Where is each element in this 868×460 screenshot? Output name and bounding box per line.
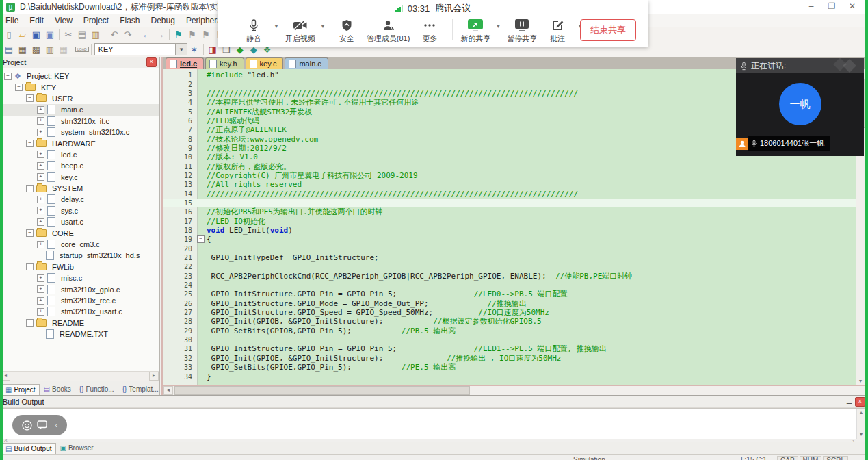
expand-box-icon[interactable]: + <box>37 241 44 248</box>
chevron-down-icon[interactable]: ▼ <box>320 23 326 29</box>
expand-box-icon[interactable]: + <box>37 274 44 282</box>
tree-item[interactable]: +usart.c <box>0 216 159 227</box>
editor-tab-led-c[interactable]: led.c <box>166 58 204 69</box>
code-line[interactable]: 12//Copyright(C) 广州市星翼电子科技有限公司 2009-2019 <box>163 171 856 180</box>
end-share-button[interactable]: 结束共享 <box>580 19 636 41</box>
bookmark-next-icon[interactable]: ⚑ <box>199 28 213 40</box>
expand-box-icon[interactable]: + <box>37 106 44 114</box>
menu-project[interactable]: Project <box>78 16 114 25</box>
redo-icon[interactable]: ↷ <box>121 28 135 40</box>
build-output-content[interactable]: ▴ ▾ <box>1 408 867 439</box>
build-icon[interactable]: ▦ <box>16 43 29 55</box>
expand-box-icon[interactable]: + <box>37 297 44 305</box>
expand-box-icon[interactable]: + <box>37 207 44 214</box>
expand-box-icon[interactable]: + <box>37 173 44 181</box>
tree-item[interactable]: −SYSTEM <box>0 183 159 194</box>
editor-tab-main-c[interactable]: main.c <box>285 58 328 69</box>
panel-tab-books[interactable]: ▤Books <box>40 383 75 395</box>
close-button[interactable]: ✕ <box>842 1 863 13</box>
translate-icon[interactable]: ▤ <box>2 43 16 55</box>
scroll-right-icon[interactable]: ▸ <box>149 372 159 381</box>
tree-item[interactable]: +beep.c <box>0 160 159 171</box>
meeting-button-pause-share[interactable]: 暂停共享 <box>506 18 538 44</box>
expand-box-icon[interactable]: − <box>4 73 12 80</box>
expand-box-icon[interactable]: + <box>37 117 44 125</box>
stop-build-icon[interactable]: ▦ <box>57 43 70 55</box>
code-line[interactable]: 30 <box>163 335 856 344</box>
menu-debug[interactable]: Debug <box>146 16 181 25</box>
cut-icon[interactable]: ✂ <box>62 28 75 40</box>
menu-flash[interactable]: Flash <box>114 16 145 25</box>
code-line[interactable]: 14//////////////////////////////////////… <box>163 189 856 198</box>
tree-item[interactable]: −❖Project: KEY <box>0 71 159 81</box>
pin-icon[interactable]: ⚊ <box>845 398 854 406</box>
pin-icon[interactable]: ⚊ <box>136 58 145 66</box>
nav-back-icon[interactable]: ← <box>140 28 153 40</box>
expand-box-icon[interactable]: + <box>37 162 44 170</box>
code-line[interactable]: 27 GPIO_InitStructure.GPIO_Speed = GPIO_… <box>163 308 856 317</box>
tree-item[interactable]: −HARDWARE <box>0 138 159 149</box>
expand-box-icon[interactable]: − <box>26 185 34 192</box>
new-file-icon[interactable]: ▯ <box>2 28 16 40</box>
code-line[interactable]: 13//All rights reserved <box>163 180 856 189</box>
bookmark-icon[interactable]: ⚑ <box>172 28 185 40</box>
batch-build-icon[interactable]: ▥ <box>43 43 57 55</box>
meeting-button-mic[interactable]: 静音 <box>238 18 269 44</box>
code-line[interactable]: 33 GPIO_SetBits(GPIOE,GPIO_Pin_5); //PE.… <box>163 363 856 372</box>
close-icon[interactable]: × <box>146 58 157 67</box>
code-line[interactable]: 25 GPIO_InitStructure.GPIO_Pin = GPIO_Pi… <box>163 290 856 298</box>
editor-tab-key-c[interactable]: key.c <box>246 58 284 69</box>
save-all-icon[interactable]: ▣ <box>43 28 57 40</box>
tree-item[interactable]: startup_stm32f10x_hd.s <box>0 250 159 261</box>
emoji-icon[interactable] <box>22 420 32 431</box>
tree-item[interactable]: −KEY <box>0 81 159 92</box>
meeting-button-shield[interactable]: 安全 <box>331 18 363 44</box>
copy-icon[interactable]: ▤ <box>75 28 89 40</box>
code-line[interactable]: 16//初始化PB5和PE5为输出口.并使能这两个口的时钟 <box>163 207 856 216</box>
tree-item[interactable]: −FWLib <box>0 261 159 272</box>
tree-item[interactable]: +stm32f10x_rcc.c <box>0 295 159 306</box>
expand-box-icon[interactable]: − <box>15 84 23 91</box>
code-line[interactable]: 17//LED IO初始化 <box>163 217 856 226</box>
expand-box-icon[interactable]: + <box>37 196 44 203</box>
participant-video-tile[interactable]: 一帆 1806014401张一帆 <box>736 73 864 156</box>
meeting-button-screen-share[interactable]: 新的共享 <box>460 18 491 44</box>
nav-forward-icon[interactable]: → <box>153 28 167 40</box>
save-icon[interactable]: ▣ <box>29 28 43 40</box>
code-line[interactable]: 24 <box>163 281 856 290</box>
meeting-button-more[interactable]: 更多 <box>414 18 445 44</box>
expand-box-icon[interactable]: − <box>26 263 34 270</box>
expand-box-icon[interactable]: − <box>26 319 34 327</box>
bookmark-prev-icon[interactable]: ⚑ <box>185 28 199 40</box>
panel-tab-project[interactable]: ▦Project <box>1 384 40 395</box>
menu-file[interactable]: File <box>0 16 24 25</box>
tree-item[interactable]: +stm32f10x_gpio.c <box>0 283 159 294</box>
tree-item[interactable]: −README <box>0 318 159 329</box>
tree-item[interactable]: +core_cm3.c <box>0 239 159 250</box>
code-line[interactable]: 29 GPIO_SetBits(GPIOB,GPIO_Pin_5); //PB.… <box>163 327 856 335</box>
code-line[interactable]: 31 GPIO_InitStructure.GPIO_Pin = GPIO_Pi… <box>163 344 856 353</box>
code-line[interactable]: 32 GPIO_Init(GPIOE, &GPIO_InitStructure)… <box>163 354 856 363</box>
meeting-button-camera-off[interactable]: 开启视频 <box>285 18 316 44</box>
editor-tab-key-h[interactable]: key.h <box>205 58 244 69</box>
code-line[interactable]: 34} <box>163 372 856 381</box>
tree-item[interactable]: README.TXT <box>0 329 159 340</box>
tree-item[interactable]: +stm32f10x_it.c <box>0 116 159 127</box>
expand-box-icon[interactable]: + <box>37 151 44 158</box>
minimize-button[interactable]: – <box>801 1 821 13</box>
rebuild-icon[interactable]: ▩ <box>29 43 43 55</box>
tree-item[interactable]: +led.c <box>0 149 159 160</box>
code-line[interactable]: 18void LED_Init(void) <box>163 226 856 235</box>
tree-item[interactable]: +misc.c <box>0 272 159 283</box>
options-wand-icon[interactable]: ✶ <box>187 43 201 55</box>
chevron-down-icon[interactable]: ▼ <box>176 43 187 55</box>
tree-item[interactable]: +key.c <box>0 172 159 183</box>
target-select[interactable]: KEY <box>94 43 176 55</box>
panel-tab-templat[interactable]: {}Templat... <box>118 383 163 395</box>
expand-box-icon[interactable]: − <box>26 94 34 102</box>
paste-icon[interactable]: ▥ <box>89 28 103 40</box>
scroll-down-icon[interactable]: ▾ <box>856 377 865 385</box>
undo-icon[interactable]: ↶ <box>107 28 121 40</box>
tree-item[interactable]: +sys.c <box>0 205 159 216</box>
restore-button[interactable]: ❐ <box>821 1 842 13</box>
